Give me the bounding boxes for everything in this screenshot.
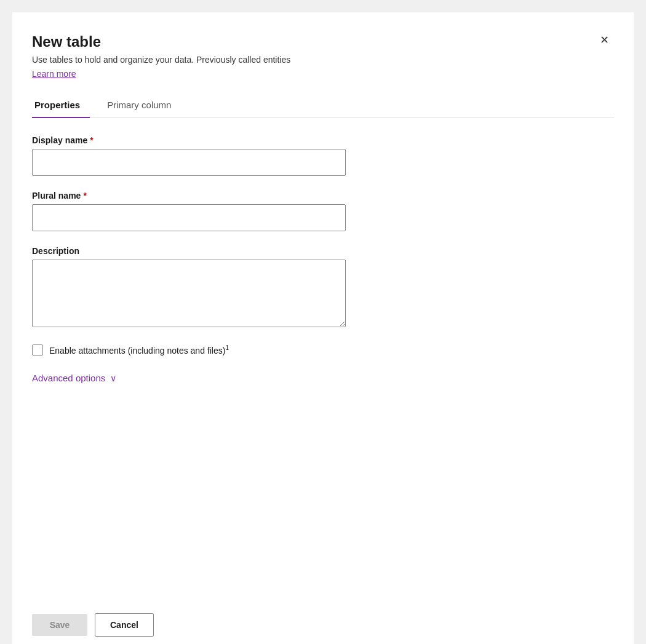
dialog-footer: Save Cancel: [32, 598, 614, 644]
close-button[interactable]: ✕: [595, 32, 614, 48]
dialog-subtitle: Use tables to hold and organize your dat…: [32, 54, 614, 66]
enable-attachments-row: Enable attachments (including notes and …: [32, 344, 614, 356]
tab-primary-column[interactable]: Primary column: [105, 93, 181, 117]
cancel-button[interactable]: Cancel: [95, 613, 154, 637]
save-button[interactable]: Save: [32, 614, 87, 636]
spacer: [32, 383, 614, 598]
chevron-down-icon: ∨: [110, 373, 116, 383]
description-group: Description: [32, 246, 614, 330]
display-name-required: *: [90, 135, 93, 145]
plural-name-group: Plural name *: [32, 191, 614, 231]
description-input[interactable]: [32, 260, 346, 327]
new-table-dialog: New table ✕ Use tables to hold and organ…: [12, 12, 634, 644]
plural-name-label: Plural name *: [32, 191, 614, 201]
description-label: Description: [32, 246, 614, 256]
display-name-group: Display name *: [32, 135, 614, 176]
attachments-superscript: 1: [225, 344, 229, 351]
dialog-header: New table ✕: [32, 32, 614, 51]
tabs-container: Properties Primary column: [32, 93, 614, 118]
advanced-options-button[interactable]: Advanced options ∨: [32, 373, 614, 383]
tab-properties[interactable]: Properties: [32, 93, 90, 117]
learn-more-link[interactable]: Learn more: [32, 69, 614, 79]
enable-attachments-checkbox[interactable]: [32, 344, 43, 356]
display-name-label: Display name *: [32, 135, 614, 145]
plural-name-required: *: [83, 191, 86, 201]
enable-attachments-label[interactable]: Enable attachments (including notes and …: [49, 344, 229, 356]
display-name-input[interactable]: [32, 149, 346, 176]
plural-name-input[interactable]: [32, 204, 346, 231]
dialog-title: New table: [32, 32, 101, 51]
